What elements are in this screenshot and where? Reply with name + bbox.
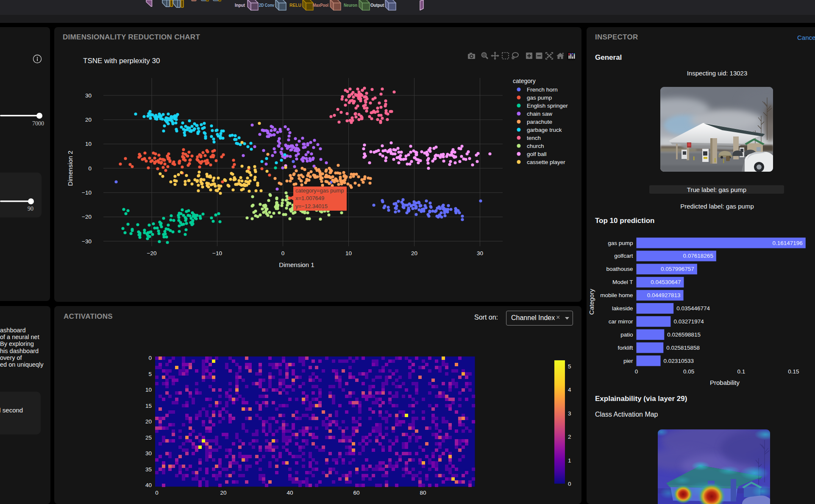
svg-text:French horn: French horn bbox=[527, 86, 558, 93]
svg-text:garbage truck: garbage truck bbox=[527, 127, 562, 133]
svg-text:0.03271974: 0.03271974 bbox=[673, 318, 704, 325]
svg-text:0.04530647: 0.04530647 bbox=[651, 279, 681, 285]
svg-text:20: 20 bbox=[85, 117, 92, 123]
svg-text:pier: pier bbox=[623, 358, 633, 364]
svg-text:patio: patio bbox=[620, 331, 633, 338]
svg-text:Neuron: Neuron bbox=[344, 3, 357, 8]
svg-text:Probability: Probability bbox=[710, 379, 740, 386]
svg-text:0.035446774: 0.035446774 bbox=[676, 305, 710, 312]
svg-text:0.1: 0.1 bbox=[737, 368, 745, 375]
svg-text:40: 40 bbox=[287, 490, 293, 496]
svg-text:Output: Output bbox=[370, 3, 384, 8]
svg-text:0.057996757: 0.057996757 bbox=[661, 266, 694, 272]
svg-text:2D Conv: 2D Conv bbox=[259, 3, 275, 8]
svg-text:cassette player: cassette player bbox=[527, 159, 565, 165]
svg-text:15: 15 bbox=[145, 403, 152, 409]
svg-text:Dimension 2: Dimension 2 bbox=[67, 150, 74, 186]
svg-text:30: 30 bbox=[477, 250, 483, 256]
svg-text:x=1.007649: x=1.007649 bbox=[295, 195, 324, 201]
svg-text:3: 3 bbox=[568, 410, 571, 417]
svg-text:y=−12.34015: y=−12.34015 bbox=[295, 203, 328, 209]
svg-text:gas pump: gas pump bbox=[608, 240, 633, 246]
svg-text:30: 30 bbox=[145, 450, 152, 457]
svg-text:0: 0 bbox=[281, 250, 285, 256]
svg-text:10: 10 bbox=[85, 141, 92, 147]
svg-text:−20: −20 bbox=[82, 214, 92, 220]
svg-text:0: 0 bbox=[568, 481, 571, 487]
svg-text:golf ball: golf ball bbox=[527, 151, 547, 157]
svg-text:0.025815858: 0.025815858 bbox=[666, 345, 700, 351]
svg-text:MaxPool: MaxPool bbox=[313, 3, 328, 8]
svg-text:0.15: 0.15 bbox=[788, 368, 799, 375]
svg-text:10: 10 bbox=[145, 387, 152, 393]
svg-text:0.044927813: 0.044927813 bbox=[647, 292, 681, 298]
svg-text:mobile home: mobile home bbox=[600, 292, 633, 298]
svg-text:0.02310533: 0.02310533 bbox=[664, 358, 694, 364]
svg-text:0: 0 bbox=[635, 368, 638, 375]
svg-text:20: 20 bbox=[220, 490, 226, 496]
svg-text:0.05: 0.05 bbox=[683, 368, 694, 375]
svg-text:−10: −10 bbox=[212, 250, 222, 256]
svg-text:20: 20 bbox=[145, 418, 152, 425]
svg-text:forklift: forklift bbox=[618, 345, 633, 351]
svg-text:Input: Input bbox=[235, 3, 245, 8]
svg-text:Dimension 1: Dimension 1 bbox=[279, 261, 314, 268]
svg-text:golfcart: golfcart bbox=[614, 253, 633, 259]
svg-text:4: 4 bbox=[568, 387, 571, 393]
svg-text:40: 40 bbox=[145, 482, 152, 488]
svg-text:boathouse: boathouse bbox=[606, 266, 633, 272]
svg-text:0.07618265: 0.07618265 bbox=[683, 253, 713, 259]
svg-text:parachute: parachute bbox=[527, 119, 552, 125]
svg-text:Model T: Model T bbox=[612, 279, 633, 285]
svg-text:0: 0 bbox=[155, 490, 159, 496]
svg-text:5: 5 bbox=[148, 371, 152, 377]
svg-text:0: 0 bbox=[148, 355, 152, 361]
svg-text:2: 2 bbox=[568, 434, 571, 440]
svg-text:Category: Category bbox=[588, 289, 595, 315]
svg-text:lakeside: lakeside bbox=[612, 305, 633, 312]
svg-text:35: 35 bbox=[145, 466, 152, 473]
svg-text:25: 25 bbox=[145, 434, 152, 441]
svg-text:5: 5 bbox=[568, 363, 571, 370]
svg-text:chain saw: chain saw bbox=[527, 111, 552, 117]
svg-text:90: 90 bbox=[28, 206, 33, 212]
svg-text:church: church bbox=[527, 143, 544, 149]
svg-text:category: category bbox=[513, 78, 536, 84]
svg-text:60: 60 bbox=[353, 490, 359, 496]
svg-text:−30: −30 bbox=[82, 238, 92, 245]
svg-text:gas pump: gas pump bbox=[527, 95, 552, 101]
svg-text:0.16147196: 0.16147196 bbox=[772, 240, 802, 246]
svg-text:80: 80 bbox=[420, 490, 426, 496]
svg-text:20: 20 bbox=[411, 250, 417, 256]
svg-text:RELU: RELU bbox=[289, 3, 301, 8]
svg-text:English springer: English springer bbox=[527, 103, 568, 109]
svg-text:−10: −10 bbox=[82, 189, 92, 196]
svg-text:car mirror: car mirror bbox=[609, 318, 633, 325]
svg-text:0: 0 bbox=[88, 165, 92, 172]
svg-text:30: 30 bbox=[85, 92, 92, 99]
svg-text:category=gas pump: category=gas pump bbox=[295, 187, 344, 194]
svg-text:1: 1 bbox=[568, 457, 571, 464]
svg-text:10: 10 bbox=[345, 250, 352, 256]
svg-text:−20: −20 bbox=[147, 250, 157, 256]
svg-text:7000: 7000 bbox=[32, 120, 44, 127]
svg-text:tench: tench bbox=[527, 135, 541, 141]
svg-text:0.026598815: 0.026598815 bbox=[667, 331, 701, 338]
